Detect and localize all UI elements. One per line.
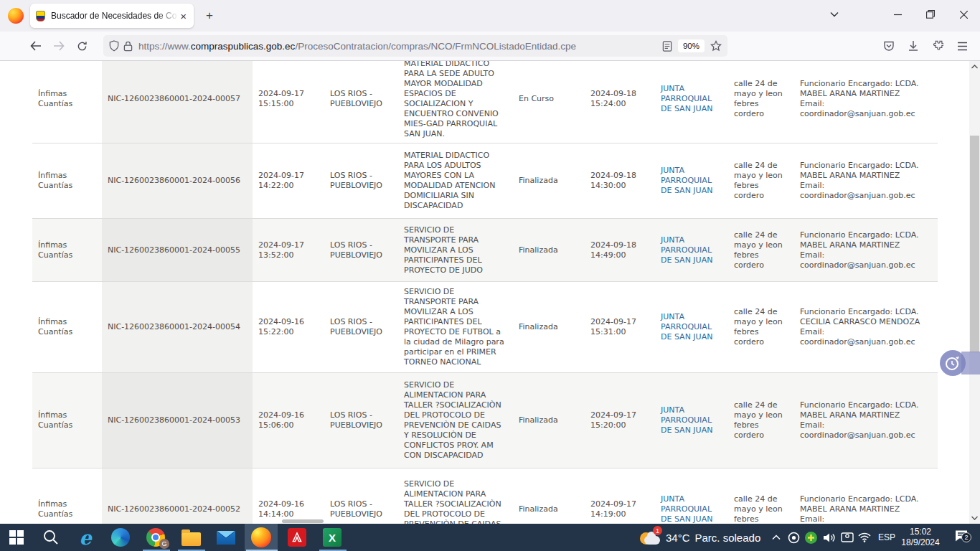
cell-entity: JUNTA PARROQUIAL DE SAN JUAN (655, 468, 728, 524)
tab-close-icon[interactable]: × (179, 11, 188, 22)
internet-explorer-icon: e (79, 528, 91, 547)
taskbar-internet-explorer[interactable]: e (69, 524, 102, 551)
entity-link[interactable]: JUNTA PARROQUIAL DE SAN JUAN (661, 405, 712, 435)
firefox-icon (251, 527, 271, 547)
pocket-icon[interactable] (877, 35, 901, 57)
entity-link[interactable]: JUNTA PARROQUIAL DE SAN JUAN (661, 84, 712, 113)
browser-titlebar: Buscador de Necesidades de Co × + (0, 0, 980, 32)
cell-end-date: 2024-09-18 14:30:00 (585, 143, 655, 219)
horizontal-scrollbar-thumb[interactable] (282, 519, 324, 523)
close-window-button[interactable] (947, 0, 980, 29)
tray-record-icon[interactable] (786, 524, 801, 551)
entity-link[interactable]: JUNTA PARROQUIAL DE SAN JUAN (661, 312, 712, 342)
taskbar-firefox-active[interactable] (245, 524, 278, 551)
cell-publish-date: 2024-09-16 15:06:00 (253, 373, 324, 468)
timer-clock-icon[interactable] (940, 350, 966, 376)
table-row: Ínfimas Cuantías NIC-1260023860001-2024-… (32, 219, 938, 282)
tray-date: 18/9/2024 (901, 537, 939, 548)
lock-icon[interactable] (123, 41, 133, 52)
reload-button[interactable] (70, 35, 93, 57)
cell-end-date: 2024-09-17 15:20:00 (585, 373, 655, 468)
cell-process-code: NIC-1260023860001-2024-00054 (102, 282, 253, 373)
entity-link[interactable]: JUNTA PARROQUIAL DE SAN JUAN (661, 166, 712, 195)
cell-entity: JUNTA PARROQUIAL DE SAN JUAN (655, 282, 728, 373)
taskbar-acrobat[interactable] (281, 524, 314, 551)
taskbar-search-button[interactable] (34, 524, 67, 551)
minimize-button[interactable] (881, 0, 914, 29)
mail-icon (217, 531, 235, 545)
window-controls (881, 0, 980, 29)
extensions-puzzle-icon[interactable] (925, 35, 950, 57)
new-tab-button[interactable]: + (201, 7, 218, 24)
taskbar-weather[interactable]: 1 34°C Parc. soleado (639, 524, 761, 551)
cell-address: calle 24 de mayo y leon febres cordero (728, 373, 794, 468)
weather-alert-badge: 1 (653, 526, 662, 535)
cell-contact: Funcionario Encargado: LCDA. MABEL ARANA… (794, 219, 938, 282)
tray-clock[interactable]: 15:02 18/9/2024 (898, 524, 943, 551)
cell-process-type: Ínfimas Cuantías (32, 373, 102, 468)
table-row: Ínfimas Cuantías NIC-1260023860001-2024-… (32, 61, 938, 143)
cell-entity: JUNTA PARROQUIAL DE SAN JUAN (655, 373, 728, 468)
entity-link[interactable]: JUNTA PARROQUIAL DE SAN JUAN (661, 494, 712, 524)
acrobat-icon (288, 528, 306, 547)
timer-widget[interactable] (940, 350, 973, 376)
taskbar-file-explorer[interactable] (174, 524, 207, 551)
taskbar-excel[interactable]: X (316, 524, 349, 551)
toolbar-right-icons (877, 35, 974, 57)
file-explorer-icon (182, 532, 201, 546)
site-favicon-icon (36, 11, 45, 22)
forward-button[interactable] (47, 35, 70, 57)
edge-icon (111, 528, 130, 547)
cell-process-type: Ínfimas Cuantías (32, 143, 102, 219)
cell-status: Finalizada (513, 143, 585, 219)
table-row: Ínfimas Cuantías NIC-1260023860001-2024-… (32, 468, 938, 524)
cell-end-date: 2024-09-17 15:31:00 (585, 282, 655, 373)
taskbar-chrome[interactable]: G (139, 524, 172, 551)
reader-mode-icon[interactable] (662, 41, 672, 52)
taskbar-mail[interactable] (209, 524, 242, 551)
tray-display-icon[interactable] (839, 524, 856, 551)
excel-icon: X (323, 528, 341, 547)
start-button[interactable] (0, 524, 33, 551)
cell-process-code: NIC-1260023860001-2024-00056 (102, 143, 253, 219)
cell-entity: JUNTA PARROQUIAL DE SAN JUAN (655, 143, 728, 219)
scroll-up-arrow-icon[interactable] (969, 61, 980, 72)
back-button[interactable] (24, 35, 47, 57)
cell-address: calle 24 de mayo y leon febres cordero (728, 219, 794, 282)
cell-status: Finalizada (513, 282, 585, 373)
cell-end-date: 2024-09-17 14:19:00 (585, 468, 655, 524)
search-icon (42, 529, 60, 546)
menu-hamburger-icon[interactable] (950, 35, 974, 57)
tray-hidden-icons-chevron[interactable] (768, 524, 784, 551)
url-text: https://www.compraspublicas.gob.ec/Proce… (138, 41, 662, 52)
cell-process-code: NIC-1260023860001-2024-00055 (102, 219, 253, 282)
cell-address: calle 24 de mayo y leon febres (728, 468, 794, 524)
entity-link[interactable]: JUNTA PARROQUIAL DE SAN JUAN (661, 235, 712, 265)
tracking-shield-icon[interactable] (109, 40, 119, 52)
cell-process-type: Ínfimas Cuantías (32, 219, 102, 282)
chrome-profile-badge: G (159, 539, 169, 549)
cell-location: LOS RIOS - PUEBLOVIEJO (324, 219, 398, 282)
table-row: Ínfimas Cuantías NIC-1260023860001-2024-… (32, 143, 938, 219)
bookmark-star-icon[interactable] (710, 40, 722, 52)
vertical-scrollbar[interactable] (969, 61, 980, 524)
screen: Buscador de Necesidades de Co × + (0, 0, 980, 551)
url-bar[interactable]: https://www.compraspublicas.gob.ec/Proce… (103, 35, 727, 57)
cell-contact: Funcionario Encargado: LCDA. MABEL ARANA… (794, 143, 938, 219)
scroll-down-arrow-icon[interactable] (969, 512, 980, 524)
action-center-button[interactable]: 2 (947, 524, 976, 551)
cell-publish-date: 2024-09-16 15:22:00 (253, 282, 324, 373)
zoom-level-badge[interactable]: 90% (678, 39, 705, 52)
browser-tab[interactable]: Buscador de Necesidades de Co × (30, 4, 194, 28)
tray-wifi-icon[interactable] (856, 524, 873, 551)
vertical-scrollbar-thumb[interactable] (970, 136, 979, 352)
cell-location: LOS RIOS - PUEBLOVIEJO (324, 373, 398, 468)
list-all-tabs-chevron-icon[interactable] (822, 0, 847, 29)
tray-language[interactable]: ESP (874, 524, 900, 551)
taskbar-edge[interactable] (104, 524, 137, 551)
tray-antivirus-icon[interactable] (803, 524, 819, 551)
downloads-icon[interactable] (901, 35, 925, 57)
tray-volume-icon[interactable] (820, 524, 839, 551)
cell-description: MATERIAL DIDACTICO PARA LA SEDE ADULTO M… (398, 61, 513, 143)
restore-button[interactable] (914, 0, 947, 29)
